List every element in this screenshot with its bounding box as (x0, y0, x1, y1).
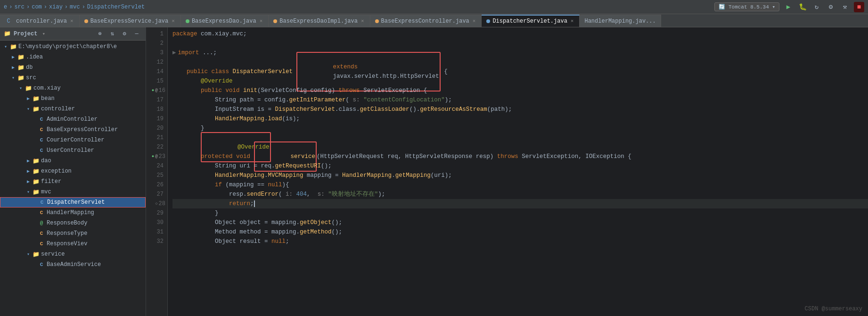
tab-close-dispatcher[interactable]: × (570, 18, 575, 24)
tab-close-daoimpl[interactable]: × (360, 18, 365, 24)
tab-baseexpressdaoimpl[interactable]: BaseExpressDaoImpl.java × (269, 15, 370, 27)
tree-item-idea[interactable]: ▶ 📁 .idea (0, 52, 146, 62)
sidebar-header: 📁 Project ▾ ⊕ ⇅ ⚙ — (0, 27, 146, 41)
tree-item-responsetype[interactable]: C ResponseType (0, 228, 146, 239)
root-label: E:\mystudy\project\chapter8\e (18, 43, 117, 50)
code-line-28: return ; (172, 199, 868, 208)
handlermapping-icon: C (38, 209, 45, 216)
src-arrow: ▾ (9, 75, 17, 81)
main-content: 📁 Project ▾ ⊕ ⇅ ⚙ — ▾ 📁 E:\mystudy\proje… (0, 27, 868, 316)
tree-item-usercontroller[interactable]: C UserController (0, 145, 146, 156)
tree-item-bean[interactable]: ▶ 📁 bean (0, 93, 146, 104)
breadcrumb-mvc[interactable]: mvc (70, 4, 80, 10)
couriercontroller-label: CourierController (47, 137, 104, 143)
breadcrumb-src[interactable]: src (14, 4, 25, 10)
tree-item-dao[interactable]: ▶ 📁 dao (0, 156, 146, 166)
linenum-14: 14 (146, 67, 167, 76)
stop-button[interactable]: ■ (854, 2, 864, 12)
linenum-21: 21 (146, 133, 167, 142)
admincontroller-icon: C (38, 116, 45, 123)
bean-folder-icon: 📁 (32, 95, 40, 102)
sidebar-settings-icon[interactable]: ⚙ (119, 29, 130, 39)
code-line-14: public class DispatcherServlet extends j… (172, 67, 868, 76)
breadcrumb-file[interactable]: DispatcherServlet (87, 4, 145, 10)
tab-label-service: BaseExpressService.java (90, 18, 169, 25)
code-line-16: public void init ( ServletConfig config … (172, 86, 868, 95)
tomcat-badge[interactable]: 🔄 Tomcat 8.5.34 ▾ (714, 2, 779, 11)
tree-item-exception[interactable]: ▶ 📁 exception (0, 166, 146, 176)
sidebar-minus-icon[interactable]: — (131, 29, 142, 39)
tab-close-dao[interactable]: × (259, 18, 264, 24)
sidebar-dropdown[interactable]: ▾ (42, 31, 45, 37)
build-button[interactable]: ⚒ (840, 2, 850, 12)
tab-close-service[interactable]: × (171, 18, 176, 24)
linenum-2: 2 (146, 39, 167, 48)
code-line-2 (172, 39, 868, 48)
dao-label: dao (41, 158, 51, 164)
tree-root[interactable]: ▾ 📁 E:\mystudy\project\chapter8\e (0, 42, 146, 52)
linenum-16: ● @ 16 (146, 86, 167, 95)
top-bar-right: 🔄 Tomcat 8.5.34 ▾ ▶ 🐛 ↻ ⚙ ⚒ ■ (714, 2, 864, 12)
code-line-31: Method method = mapping. getMethod (); (172, 227, 868, 237)
code-line-30: Object object = mapping. getObject (); (172, 218, 868, 227)
tree-item-controller[interactable]: ▾ 📁 controller (0, 104, 146, 114)
tree-item-service[interactable]: ▾ 📁 service (0, 249, 146, 259)
code-line-24: String uri = req. getRequestURI (); (172, 161, 868, 171)
controller-arrow: ▾ (25, 106, 32, 112)
sidebar-sync-icon[interactable]: ⊕ (95, 29, 105, 39)
tree-item-dispatcherservlet[interactable]: C DispatcherServlet (0, 197, 146, 208)
baseadminservice-icon: C (38, 261, 45, 268)
tree-item-src[interactable]: ▾ 📁 src (0, 73, 146, 83)
code-line-18: InputStream is = DispatcherServlet .clas… (172, 105, 868, 114)
tab-handlermapping[interactable]: HandlerMapping.jav... (580, 15, 661, 27)
exception-folder-icon: 📁 (32, 167, 40, 175)
tab-baseexpressdao[interactable]: BaseExpressDao.java × (181, 15, 269, 27)
linenum-17: 17 (146, 95, 167, 105)
breadcrumb-com[interactable]: com (32, 4, 42, 10)
tree-item-couriercontroller[interactable]: C CourierController (0, 135, 146, 145)
tree-item-responseviev[interactable]: C ResponseViev (0, 239, 146, 249)
tree-item-admincontroller[interactable]: C AdminController (0, 114, 146, 125)
tab-dispatcherservlet[interactable]: DispatcherServlet.java × (482, 15, 580, 27)
debug-button[interactable]: 🐛 (797, 2, 808, 12)
baseexpresscontroller-icon: C (38, 126, 45, 133)
couriercontroller-icon: C (38, 136, 45, 144)
breadcrumb-xiay[interactable]: xiay (49, 4, 63, 10)
tree-item-comxiay[interactable]: ▾ 📁 com.xiay (0, 83, 146, 93)
linenum-29: 29 (146, 208, 167, 218)
tab-baseexpresscontroller[interactable]: BaseExpressController.java × (370, 15, 482, 27)
tree-item-baseexpresscontroller[interactable]: C BaseExpressController (0, 125, 146, 135)
code-line-19: HandlerMapping . load (is); (172, 114, 868, 124)
tree-item-mvc[interactable]: ▾ 📁 mvc (0, 187, 146, 197)
update-button[interactable]: ↻ (811, 2, 822, 12)
comxiay-arrow: ▾ (17, 85, 25, 91)
exception-label: exception (41, 168, 72, 175)
tab-close-basecontroller[interactable]: × (472, 18, 477, 24)
linenum-19: 19 (146, 114, 167, 124)
tab-dot-daoimpl (273, 19, 277, 23)
root-folder-icon: 📁 (9, 43, 17, 50)
dispatcherservlet-icon: C (38, 199, 46, 206)
tree-item-baseadminservice[interactable]: C BaseAdminService (0, 259, 146, 270)
tab-close-controller[interactable]: × (69, 18, 74, 24)
tab-baseexpressservice[interactable]: BaseExpressService.java × (80, 15, 181, 27)
tree-item-filter[interactable]: ▶ 📁 filter (0, 176, 146, 187)
sidebar-gear-icon[interactable]: ⇅ (107, 29, 117, 39)
tree-item-db[interactable]: ▶ 📁 db (0, 62, 146, 73)
tree-item-responsebody[interactable]: @ ResponseBody (0, 218, 146, 228)
linenum-32: 32 (146, 237, 167, 246)
comxiay-folder-icon: 📁 (25, 84, 32, 92)
run-button[interactable]: ▶ (783, 2, 794, 12)
top-bar: e › src › com › xiay › mvc › DispatcherS… (0, 0, 868, 14)
dao-arrow: ▶ (25, 158, 32, 164)
code-content[interactable]: package com.xiay.mvc; ▶ import ...; publ… (168, 27, 868, 316)
tab-controller[interactable]: C controller.java × (0, 15, 80, 27)
idea-folder-icon: 📁 (17, 53, 25, 61)
handlermapping-label: HandlerMapping (47, 209, 94, 216)
code-editor: 1 2 3 12 14 15 ● @ 16 17 18 19 20 21 22 … (146, 27, 868, 316)
settings-button[interactable]: ⚙ (826, 2, 836, 12)
breadcrumb-e[interactable]: e (4, 4, 7, 10)
linenum-1: 1 (146, 29, 167, 39)
code-line-26: if (mapping == null ){ (172, 180, 868, 190)
tree-item-handlermapping[interactable]: C HandlerMapping (0, 208, 146, 218)
